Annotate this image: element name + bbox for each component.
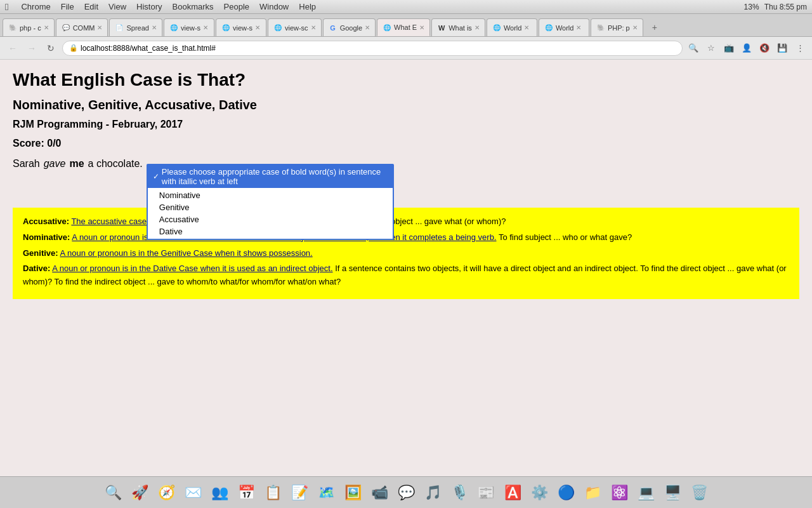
info-box: Accusative: The accusative case's main f… <box>13 208 799 299</box>
tab-world1[interactable]: 🌐 World ✕ <box>487 18 537 36</box>
tab-favicon-whatis: W <box>437 23 446 32</box>
apple-icon:  <box>5 1 8 12</box>
tab-close-php2[interactable]: ✕ <box>632 24 638 31</box>
genitive-line: Genitive: A noun or pronoun is in the Ge… <box>23 247 789 260</box>
tab-comm[interactable]: 💬 COMM ✕ <box>56 18 108 36</box>
tab-favicon-views2: 🌐 <box>221 23 230 32</box>
addressbar: ← → ↻ 🔒 localhost:8888/what_case_is_that… <box>0 37 812 60</box>
tab-label-comm: COMM <box>73 24 95 32</box>
lock-icon: 🔒 <box>69 44 78 52</box>
tab-favicon-comm: 💬 <box>62 23 70 32</box>
tab-php2[interactable]: 🐘 PHP: p ✕ <box>591 18 643 36</box>
tab-close-php[interactable]: ✕ <box>44 24 49 31</box>
tab-viewsc[interactable]: 🌐 view-sc ✕ <box>268 18 322 36</box>
mute-icon[interactable]: 🔇 <box>757 41 771 55</box>
tab-world2[interactable]: 🌐 World ✕ <box>539 18 589 36</box>
dative-link[interactable]: A noun or pronoun is in the Dative Case … <box>52 264 332 273</box>
dative-line: Dative: A noun or pronoun is in the Dati… <box>23 262 789 289</box>
tab-close-whate[interactable]: ✕ <box>419 24 424 31</box>
url-text: localhost:8888/what_case_is_that.html# <box>81 44 216 53</box>
tab-close-viewsc[interactable]: ✕ <box>311 24 316 31</box>
tab-close-spread[interactable]: ✕ <box>152 24 157 31</box>
search-icon[interactable]: 🔍 <box>686 41 700 55</box>
titlebar-menu:  Chrome File Edit View History Bookmark… <box>5 1 316 12</box>
sentence-rest: a chocolate. <box>88 158 143 170</box>
tab-php[interactable]: 🐘 php - c ✕ <box>3 18 55 36</box>
tab-favicon-world1: 🌐 <box>492 23 501 32</box>
nominative-text: To find subject ... who or what gave? <box>499 232 632 242</box>
tab-label-whatis: What is <box>449 24 472 32</box>
back-button[interactable]: ← <box>5 41 20 56</box>
tab-close-whatis[interactable]: ✕ <box>475 24 480 31</box>
page-author: RJM Programming - February, 2017 <box>13 119 799 130</box>
tab-views2[interactable]: 🌐 view-s ✕ <box>216 18 266 36</box>
forward-button[interactable]: → <box>24 41 39 56</box>
account-icon[interactable]: 👤 <box>740 41 754 55</box>
page-subtitle: Nominative, Genitive, Accusative, Dative <box>13 98 799 112</box>
clock: Thu 8:55 pm <box>764 3 807 11</box>
new-tab-button[interactable]: + <box>646 18 664 36</box>
menu-people[interactable]: People <box>224 2 249 11</box>
menu-edit[interactable]: Edit <box>84 2 98 11</box>
sentence-bold-word: me <box>69 158 84 170</box>
tab-label-google: Google <box>340 24 362 32</box>
tab-label-php: php - c <box>20 24 41 32</box>
tab-favicon-world2: 🌐 <box>544 23 553 32</box>
save-icon[interactable]: 💾 <box>775 41 789 55</box>
accusative-line: Accusative: The accusative case's main f… <box>23 215 789 229</box>
tab-google[interactable]: G Google ✕ <box>323 18 376 36</box>
option-genitive[interactable]: Genitive <box>148 201 393 213</box>
bookmark-star-icon[interactable]: ☆ <box>704 41 718 55</box>
nominative-line: Nominative: A noun or pronoun is in the … <box>23 231 789 244</box>
tab-close-views2[interactable]: ✕ <box>255 24 260 31</box>
option-dative[interactable]: Dative <box>148 225 393 237</box>
sentence-row: Sarah gave me a chocolate. ✓ Please choo… <box>13 158 799 170</box>
menu-view[interactable]: View <box>108 2 126 11</box>
menu-history[interactable]: History <box>136 2 162 11</box>
menu-chrome[interactable]: Chrome <box>21 2 50 11</box>
battery-status: 13% <box>744 3 759 11</box>
dropdown-placeholder-text: Please choose appropriate case of bold w… <box>162 167 388 186</box>
menu-dots-icon[interactable]: ⋮ <box>793 41 807 55</box>
menu-bookmarks[interactable]: Bookmarks <box>173 2 214 11</box>
dropdown-options-list: Nominative Genitive Accusative Dative <box>148 188 393 239</box>
titlebar:  Chrome File Edit View History Bookmark… <box>0 0 812 14</box>
genitive-link[interactable]: A noun or pronoun is in the Genitive Cas… <box>60 248 313 258</box>
tab-favicon-php2: 🐘 <box>596 23 605 32</box>
sentence-verb: gave <box>44 158 66 170</box>
tab-label-views1: view-s <box>181 24 200 32</box>
page-title: What English Case is That? <box>13 70 799 90</box>
tab-label-world1: World <box>504 24 522 32</box>
sentence-sarah: Sarah <box>13 158 40 170</box>
accusative-label: Accusative: <box>23 217 69 226</box>
tab-label-viewsc: view-sc <box>285 24 308 32</box>
tab-close-google[interactable]: ✕ <box>365 24 370 31</box>
tab-close-comm[interactable]: ✕ <box>97 24 102 31</box>
cast-icon[interactable]: 📺 <box>722 41 736 55</box>
tab-label-views2: view-s <box>233 24 252 32</box>
tab-label-whate: What E <box>394 23 417 31</box>
reload-button[interactable]: ↻ <box>43 41 58 56</box>
tab-close-views1[interactable]: ✕ <box>203 24 208 31</box>
tab-close-world1[interactable]: ✕ <box>524 24 529 31</box>
tab-spread[interactable]: 📄 Spread ✕ <box>109 18 162 36</box>
check-icon: ✓ <box>153 172 159 181</box>
tab-label-world2: World <box>556 24 574 32</box>
menu-file[interactable]: File <box>61 2 74 11</box>
menu-help[interactable]: Help <box>299 2 316 11</box>
case-dropdown[interactable]: ✓ Please choose appropriate case of bold… <box>147 164 394 240</box>
tab-whatis[interactable]: W What is ✕ <box>431 18 485 36</box>
tab-favicon-views1: 🌐 <box>169 23 178 32</box>
tabbar: 🐘 php - c ✕ 💬 COMM ✕ 📄 Spread ✕ 🌐 view-s… <box>0 14 812 37</box>
menu-window[interactable]: Window <box>259 2 289 11</box>
tab-favicon-whate: 🌐 <box>383 23 391 32</box>
tab-favicon-viewsc: 🌐 <box>273 23 282 32</box>
address-bar[interactable]: 🔒 localhost:8888/what_case_is_that.html# <box>62 41 683 56</box>
option-nominative[interactable]: Nominative <box>148 189 393 201</box>
option-accusative[interactable]: Accusative <box>148 213 393 225</box>
address-icons: 🔍 ☆ 📺 👤 🔇 💾 ⋮ <box>686 41 807 55</box>
tab-favicon-spread: 📄 <box>115 23 124 32</box>
tab-whate[interactable]: 🌐 What E ✕ <box>377 18 430 36</box>
tab-views1[interactable]: 🌐 view-s ✕ <box>164 18 214 36</box>
tab-close-world2[interactable]: ✕ <box>576 24 581 31</box>
